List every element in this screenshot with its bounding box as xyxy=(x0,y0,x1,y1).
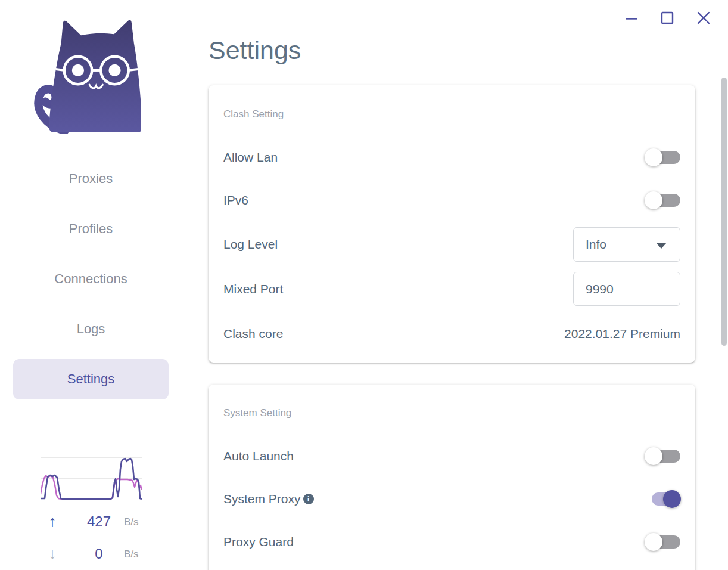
info-icon[interactable]: i xyxy=(303,494,314,504)
sidebar-item-settings[interactable]: Settings xyxy=(13,359,169,399)
mixed-port-label: Mixed Port xyxy=(223,282,283,296)
allow-lan-label: Allow Lan xyxy=(223,150,278,165)
app-window: Proxies Profiles Connections Logs Settin… xyxy=(0,0,728,570)
ipv6-row: IPv6 xyxy=(223,186,680,215)
close-icon xyxy=(696,10,711,26)
auto-launch-toggle[interactable] xyxy=(645,447,680,465)
maximize-icon xyxy=(659,10,675,26)
toggle-knob xyxy=(645,533,662,551)
ipv6-toggle[interactable] xyxy=(645,191,680,209)
toggle-knob xyxy=(663,490,681,508)
download-rate-unit: B/s xyxy=(124,547,154,562)
log-level-select[interactable]: Info xyxy=(573,227,680,262)
download-rate-row: ↓ 0 B/s xyxy=(36,544,155,563)
log-level-row: Log Level Info xyxy=(223,227,680,262)
toggle-knob xyxy=(645,148,662,166)
upload-rate-row: ↑ 427 B/s xyxy=(36,512,155,531)
clash-core-label: Clash core xyxy=(223,327,283,341)
upload-rate-unit: B/s xyxy=(124,515,154,529)
system-setting-card: System Setting Auto Launch System Proxy … xyxy=(209,385,695,570)
minimize-button[interactable] xyxy=(624,11,639,26)
sidebar-item-label: Profiles xyxy=(69,221,113,237)
ipv6-label: IPv6 xyxy=(223,193,248,207)
traffic-chart xyxy=(41,451,142,501)
mixed-port-row: Mixed Port xyxy=(223,272,680,306)
sidebar-item-profiles[interactable]: Profiles xyxy=(13,209,169,249)
sidebar-item-label: Logs xyxy=(77,321,105,337)
mixed-port-input[interactable] xyxy=(573,272,680,306)
sidebar-item-label: Connections xyxy=(54,271,127,287)
system-proxy-row: System Proxy i xyxy=(223,485,680,513)
close-button[interactable] xyxy=(696,10,711,26)
log-level-selected-value: Info xyxy=(586,237,606,252)
clash-core-row: Clash core 2022.01.27 Premium xyxy=(223,320,680,348)
proxy-guard-row: Proxy Guard xyxy=(223,528,680,556)
clash-setting-card: Clash Setting Allow Lan IPv6 Log Level I… xyxy=(209,85,695,363)
system-proxy-label: System Proxy i xyxy=(223,492,314,506)
allow-lan-toggle[interactable] xyxy=(645,148,680,166)
toggle-knob xyxy=(645,191,662,209)
page-title: Settings xyxy=(209,36,301,65)
auto-launch-label: Auto Launch xyxy=(223,449,294,463)
auto-launch-row: Auto Launch xyxy=(223,442,680,470)
sidebar-item-connections[interactable]: Connections xyxy=(13,259,169,299)
proxy-guard-toggle[interactable] xyxy=(645,533,680,551)
sidebar-item-proxies[interactable]: Proxies xyxy=(13,159,169,199)
system-proxy-label-text: System Proxy xyxy=(223,492,301,506)
card-title: Clash Setting xyxy=(223,106,284,123)
sidebar: Proxies Profiles Connections Logs Settin… xyxy=(0,0,182,570)
system-proxy-toggle[interactable] xyxy=(645,490,680,508)
maximize-button[interactable] xyxy=(659,10,675,26)
proxy-guard-label: Proxy Guard xyxy=(223,535,294,549)
sidebar-item-logs[interactable]: Logs xyxy=(13,309,169,349)
card-title: System Setting xyxy=(223,405,291,422)
minimize-icon xyxy=(624,11,639,26)
scrollbar-thumb[interactable] xyxy=(721,78,727,346)
clash-cat-logo xyxy=(26,16,141,134)
sidebar-item-label: Settings xyxy=(67,371,115,387)
log-level-label: Log Level xyxy=(223,237,278,252)
allow-lan-row: Allow Lan xyxy=(223,143,680,172)
clash-core-version: 2022.01.27 Premium xyxy=(564,327,680,341)
chevron-down-icon xyxy=(656,243,667,249)
toggle-knob xyxy=(645,447,662,465)
sidebar-item-label: Proxies xyxy=(69,171,113,187)
